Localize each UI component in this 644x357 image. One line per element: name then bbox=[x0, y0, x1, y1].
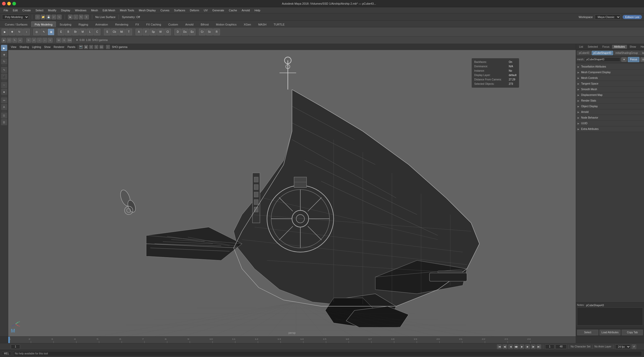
tb-combine[interactable]: Cb bbox=[111, 29, 118, 35]
tab-curves-surfaces[interactable]: Curves / Surfaces bbox=[2, 21, 31, 27]
attr-tangent-space[interactable]: ▶ Tangent Space bbox=[576, 81, 644, 87]
tb-loop[interactable]: L bbox=[87, 29, 93, 35]
rp-node-lambert1[interactable]: lambert1 bbox=[640, 51, 644, 55]
vp-camera-icon[interactable]: 📷 bbox=[79, 45, 83, 49]
vp-shading-icon[interactable]: ▣ bbox=[84, 45, 88, 49]
pb-start-frame[interactable] bbox=[11, 344, 20, 349]
tb-scale-tool[interactable]: ↕ bbox=[23, 29, 30, 35]
tb-delete[interactable]: D bbox=[174, 29, 181, 35]
menu-windows[interactable]: Windows bbox=[73, 8, 89, 12]
icon-move[interactable]: ↕ bbox=[73, 15, 78, 19]
maximize-button[interactable] bbox=[12, 2, 16, 5]
attr-mesh-controls[interactable]: ▶ Mesh Controls bbox=[576, 75, 644, 81]
rp-mesh-input[interactable] bbox=[585, 57, 620, 62]
ls-curve-tool[interactable]: ~ bbox=[1, 82, 7, 88]
rp-focus-btn[interactable]: Focus bbox=[628, 57, 639, 62]
tb-triangulate[interactable]: T bbox=[125, 29, 132, 35]
icon-new[interactable]: □ bbox=[35, 15, 40, 19]
st-shaded[interactable]: S bbox=[62, 38, 66, 43]
st-arrow[interactable]: ▶ bbox=[2, 38, 6, 43]
minimize-button[interactable] bbox=[7, 2, 11, 5]
tb-weld[interactable]: W bbox=[157, 29, 164, 35]
tb-crease[interactable]: Cr bbox=[199, 29, 206, 35]
st-snap-view[interactable]: V bbox=[48, 38, 53, 43]
rp-tab-list[interactable]: List bbox=[577, 45, 585, 49]
icon-scale[interactable]: ⇕ bbox=[84, 15, 89, 19]
pb-next-key[interactable]: |▶ bbox=[531, 344, 536, 349]
menu-mesh[interactable]: Mesh bbox=[89, 8, 100, 12]
tb-bridge[interactable]: Br bbox=[72, 29, 79, 35]
ls-paint-tool[interactable]: ✎ bbox=[1, 67, 7, 73]
menu-edit[interactable]: Edit bbox=[11, 8, 20, 12]
menu-generate[interactable]: Generate bbox=[210, 8, 226, 12]
rp-copy-tab-btn[interactable]: Copy Tab bbox=[622, 330, 643, 335]
menu-curves[interactable]: Curves bbox=[158, 8, 172, 12]
rp-tab-selected[interactable]: Selected bbox=[586, 45, 600, 49]
menu-mesh-display[interactable]: Mesh Display bbox=[137, 8, 158, 12]
attr-arnold[interactable]: ▶ Arnold bbox=[576, 109, 644, 115]
pb-prev-frame[interactable]: ◀ bbox=[508, 344, 513, 349]
icon-save[interactable]: 💾 bbox=[46, 15, 51, 19]
ls-measure[interactable]: ↦ bbox=[1, 97, 7, 103]
menu-surfaces[interactable]: Surfaces bbox=[172, 8, 187, 12]
rp-show-btn[interactable]: Show bbox=[640, 57, 644, 62]
ls-rotate-tool[interactable]: ↻ bbox=[1, 58, 7, 64]
tab-fx-caching[interactable]: FX Caching bbox=[143, 21, 164, 27]
st-paint-sel[interactable]: ✎ bbox=[12, 38, 17, 43]
st-snap-point[interactable]: ○ bbox=[43, 38, 47, 43]
tab-rendering[interactable]: Rendering bbox=[112, 21, 132, 27]
tb-split[interactable]: Sp bbox=[150, 29, 157, 35]
menu-modify[interactable]: Modify bbox=[46, 8, 58, 12]
tb-sculpt[interactable]: Sc bbox=[206, 29, 213, 35]
tab-mash[interactable]: MASH bbox=[255, 21, 270, 27]
st-snap-curve[interactable]: ~ bbox=[37, 38, 42, 43]
menu-create[interactable]: Create bbox=[20, 8, 33, 12]
pb-play-back[interactable]: ◀▶ bbox=[514, 344, 519, 349]
tb-paint[interactable]: ✎ bbox=[40, 29, 47, 35]
workspace-dropdown[interactable]: Maya Classic bbox=[595, 14, 621, 20]
vp-shadow-icon[interactable]: S bbox=[94, 45, 98, 49]
vp-menu-shading[interactable]: Shading bbox=[19, 45, 30, 49]
pb-range-end[interactable] bbox=[555, 344, 567, 349]
st-select[interactable]: ☐ bbox=[7, 38, 12, 43]
tab-animation[interactable]: Animation bbox=[92, 21, 111, 27]
pb-range-start[interactable] bbox=[545, 344, 554, 349]
tb-cut[interactable]: C bbox=[94, 29, 100, 35]
rp-node-pcubeshape43[interactable]: pCubeShape43 bbox=[592, 51, 613, 55]
icon-open[interactable]: 📁 bbox=[41, 15, 45, 19]
rp-node-pcube43[interactable]: pCube43 bbox=[577, 51, 591, 55]
tb-lasso[interactable]: ◎ bbox=[33, 29, 40, 35]
tb-smooth[interactable]: S bbox=[104, 29, 111, 35]
attr-smooth-mesh[interactable]: ▶ Smooth Mesh bbox=[576, 87, 644, 92]
rp-node-initshading[interactable]: initialShadingGroup bbox=[614, 51, 640, 55]
pb-prev-key[interactable]: ◀| bbox=[503, 344, 507, 349]
attr-object-display[interactable]: ▶ Object Display bbox=[576, 104, 644, 109]
icon-undo[interactable]: ↩ bbox=[52, 15, 56, 19]
ls-select-tool[interactable]: ▶ bbox=[1, 45, 7, 51]
tab-arnold[interactable]: Arnold bbox=[182, 21, 197, 27]
pb-loop[interactable]: ↺ bbox=[632, 344, 636, 349]
ls-scene-list[interactable]: ☷ bbox=[1, 112, 7, 119]
tb-move-tool[interactable]: ✚ bbox=[9, 29, 15, 35]
st-snap-grid[interactable]: # bbox=[32, 38, 36, 43]
rp-load-attrs-btn[interactable]: Load Attributes bbox=[599, 330, 621, 335]
attr-displacement-map[interactable]: ▶ Displacement Map bbox=[576, 92, 644, 98]
ls-channels[interactable]: ☰ bbox=[1, 119, 7, 125]
attr-render-stats[interactable]: ▶ Render Stats bbox=[576, 98, 644, 104]
tb-extrude[interactable]: E bbox=[58, 29, 64, 35]
tb-bevel[interactable]: B bbox=[65, 29, 72, 35]
menu-help[interactable]: Help bbox=[252, 8, 262, 12]
ls-sculpt-tool[interactable]: ⚫ bbox=[1, 73, 7, 80]
tb-duplicate[interactable]: Du bbox=[182, 29, 188, 35]
vp-menu-show[interactable]: Show bbox=[43, 45, 52, 49]
rp-tab-show[interactable]: Show bbox=[628, 45, 638, 49]
vp-menu-view[interactable]: View bbox=[10, 45, 18, 49]
pb-go-end[interactable]: ▶| bbox=[537, 344, 541, 349]
tab-sculpting[interactable]: Sculpting bbox=[56, 21, 75, 27]
menu-arnold[interactable]: Arnold bbox=[240, 8, 252, 12]
menu-select[interactable]: Select bbox=[33, 8, 46, 12]
vp-isolate-icon[interactable]: I bbox=[106, 45, 110, 49]
tb-merge[interactable]: M bbox=[79, 29, 86, 35]
tb-collapse[interactable]: Cl bbox=[164, 29, 171, 35]
tab-fx[interactable]: FX bbox=[132, 21, 142, 27]
